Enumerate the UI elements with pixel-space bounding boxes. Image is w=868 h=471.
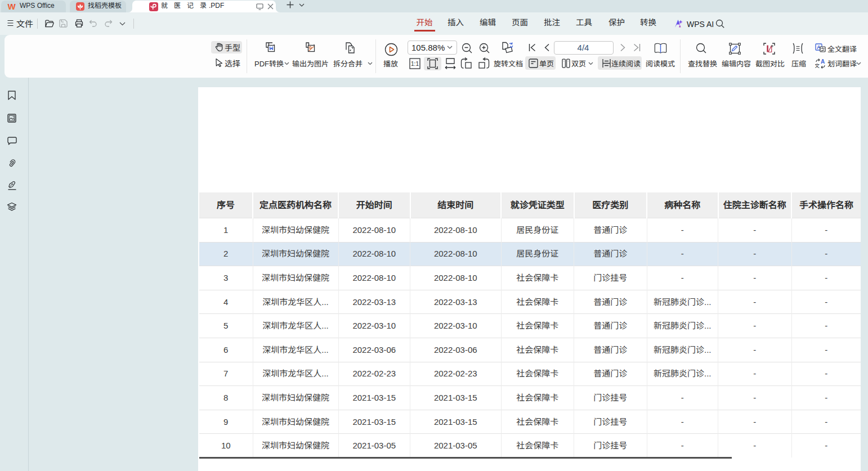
svg-text:W: W [7,3,16,10]
svg-text:1:1: 1:1 [411,59,419,68]
svg-text:A: A [821,59,825,65]
svg-text:文: 文 [815,62,820,69]
